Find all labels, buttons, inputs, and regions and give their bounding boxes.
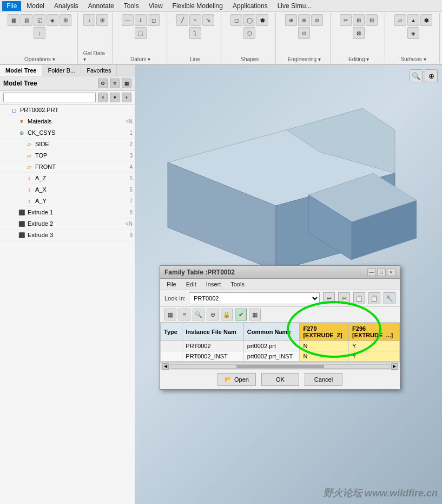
tree-item-prt0002[interactable]: ◻ PRT0002.PRT xyxy=(0,104,135,116)
getdata-icon-1[interactable]: ↓ xyxy=(83,14,95,26)
tree-add-icon[interactable]: + xyxy=(122,93,131,102)
datum-icon-2[interactable]: ⊥ xyxy=(135,14,147,26)
dialog-copy-button[interactable]: 📋 xyxy=(353,292,365,304)
tree-item-az[interactable]: ↕ A_Z 5 xyxy=(0,173,135,184)
dialog-lock-icon[interactable]: 🔒 xyxy=(221,309,233,320)
dialog-list-icon[interactable]: ≡ xyxy=(179,309,190,320)
sidebar-tab-folder[interactable]: Folder B... xyxy=(42,65,81,76)
dialog-menu-edit[interactable]: Edit xyxy=(182,280,201,289)
tree-item-materials[interactable]: ▼ Materials <N xyxy=(0,116,135,127)
dialog-settings-button[interactable]: 🔧 xyxy=(384,292,395,304)
line-icon-1[interactable]: ╱ xyxy=(176,14,188,26)
shapes-icon-3[interactable]: ⬟ xyxy=(256,14,268,26)
dialog-ok-button[interactable]: OK xyxy=(261,373,299,386)
tree-search-clear-icon[interactable]: × xyxy=(98,93,108,102)
menu-analysis[interactable]: Analysis xyxy=(50,1,83,11)
col-header-f296[interactable]: F296[EXTRUDE_...] xyxy=(349,323,400,341)
eng-icon-3[interactable]: ⊘ xyxy=(311,14,323,26)
edit-icon-3[interactable]: ⊟ xyxy=(366,14,378,26)
edit-icon-1[interactable]: ✂ xyxy=(340,14,352,26)
tree-item-ck-csys[interactable]: ⊕ CK_CSYS 1 xyxy=(0,127,135,139)
dialog-titlebar[interactable]: Family Table :PRT0002 — □ × xyxy=(160,266,400,279)
ops-icon-4[interactable]: ◈ xyxy=(47,14,58,26)
menu-annotate[interactable]: Annotate xyxy=(84,1,118,11)
menu-model[interactable]: Model xyxy=(22,1,49,11)
line-icon-2[interactable]: ~ xyxy=(189,14,201,26)
dialog-minimize-button[interactable]: — xyxy=(367,269,376,276)
tree-expand-icon[interactable]: ≡ xyxy=(110,78,120,88)
dialog-scrollbar[interactable]: ◀ ▶ xyxy=(160,362,400,370)
dialog-menu-file[interactable]: File xyxy=(162,280,181,289)
eng-icon-2[interactable]: ⊗ xyxy=(298,14,310,26)
getdata-icon-2[interactable]: ⊞ xyxy=(96,14,108,26)
ops-icon-5[interactable]: ⊞ xyxy=(60,14,71,26)
tree-item-extrude2[interactable]: ⬛ Extrude 2 <N xyxy=(0,218,135,230)
datum-icon-1[interactable]: — xyxy=(122,14,134,26)
shapes-icon-4[interactable]: ⬡ xyxy=(243,27,255,39)
dialog-menu-tools[interactable]: Tools xyxy=(226,280,249,289)
edit-icon-4[interactable]: ⊠ xyxy=(353,27,365,39)
tree-search-dropdown-icon[interactable]: ▾ xyxy=(110,93,120,102)
dialog-close-button[interactable]: × xyxy=(387,269,395,276)
tree-columns-icon[interactable]: ▦ xyxy=(122,78,131,88)
dialog-cut-button[interactable]: ✂ xyxy=(338,292,350,304)
dialog-table-icon[interactable]: ▦ xyxy=(249,309,261,320)
dialog-grid-icon[interactable]: ▦ xyxy=(164,309,176,320)
col-header-type[interactable]: Type xyxy=(161,323,182,341)
sidebar-tab-favorites[interactable]: Favorites xyxy=(81,65,117,76)
dialog-open-button[interactable]: 📂Open xyxy=(217,373,256,386)
ops-icon-1[interactable]: ▦ xyxy=(8,14,19,26)
ops-icon-2[interactable]: ▤ xyxy=(21,14,32,26)
table-row-prt0002[interactable]: PRT0002 prt0002.prt N Y xyxy=(161,341,400,351)
zoom-out-button[interactable]: ⊕ xyxy=(425,69,438,82)
tree-item-extrude1[interactable]: ⬛ Extrude 1 8 xyxy=(0,207,135,218)
tree-search-input[interactable] xyxy=(3,93,96,102)
shapes-icon-1[interactable]: ◻ xyxy=(230,14,242,26)
col-header-common[interactable]: Common Name xyxy=(243,323,300,341)
menu-view[interactable]: View xyxy=(144,1,167,11)
sidebar-tab-model-tree[interactable]: Model Tree xyxy=(0,65,42,76)
surf-icon-1[interactable]: ▱ xyxy=(394,14,406,26)
eng-icon-1[interactable]: ⊕ xyxy=(285,14,297,26)
menu-flexible-modeling[interactable]: Flexible Modeling xyxy=(168,1,227,11)
menu-applications[interactable]: Applications xyxy=(228,1,272,11)
line-icon-3[interactable]: ∿ xyxy=(202,14,214,26)
line-icon-4[interactable]: ⤵ xyxy=(189,27,201,39)
datum-icon-4[interactable]: ⬚ xyxy=(135,27,147,39)
scroll-right-button[interactable]: ▶ xyxy=(391,363,398,370)
scroll-thumb[interactable] xyxy=(236,365,324,368)
dialog-restore-button[interactable]: □ xyxy=(377,269,386,276)
tree-item-top[interactable]: ▱ TOP 3 xyxy=(0,150,135,161)
ops-icon-3[interactable]: ◱ xyxy=(34,14,45,26)
scroll-left-button[interactable]: ◀ xyxy=(162,363,169,370)
edit-icon-2[interactable]: ⊞ xyxy=(353,14,365,26)
table-row-prt0002-inst[interactable]: PRT0002_INST prt0002.prt_INST N Y xyxy=(161,351,400,362)
surf-icon-3[interactable]: ⬢ xyxy=(420,14,432,26)
tree-item-side[interactable]: ▱ SIDE 2 xyxy=(0,139,135,150)
dialog-cancel-button[interactable]: Cancel xyxy=(305,373,342,386)
tree-settings-icon[interactable]: ⚙ xyxy=(98,78,108,88)
tree-item-extrude3[interactable]: ⬛ Extrude 3 9 xyxy=(0,230,135,241)
dialog-add-col-icon[interactable]: ⊕ xyxy=(207,309,219,320)
tree-item-front[interactable]: ▱ FRONT 4 xyxy=(0,161,135,173)
menu-live-simu[interactable]: Live Simu... xyxy=(273,1,316,11)
shapes-icon-2[interactable]: ◯ xyxy=(243,14,255,26)
dialog-check-icon[interactable]: ✔ xyxy=(235,309,247,320)
menu-tools[interactable]: Tools xyxy=(120,1,143,11)
col-header-instance[interactable]: Instance File Nam xyxy=(182,323,243,341)
dialog-menu-insert[interactable]: Insert xyxy=(202,280,226,289)
dialog-search-icon[interactable]: 🔍 xyxy=(193,309,204,320)
eng-icon-4[interactable]: ⊙ xyxy=(298,27,310,39)
look-in-select[interactable]: PRT0002 xyxy=(189,292,320,304)
datum-icon-3[interactable]: ◻ xyxy=(148,14,160,26)
zoom-in-button[interactable]: 🔍 xyxy=(410,69,423,82)
surf-icon-4[interactable]: ◈ xyxy=(407,27,419,39)
ops-icon-6[interactable]: ↓ xyxy=(34,27,45,39)
menu-file[interactable]: File xyxy=(2,1,21,11)
dialog-paste-button[interactable]: 📋 xyxy=(368,292,380,304)
tree-item-ay[interactable]: ↕ A_Y 7 xyxy=(0,195,135,207)
dialog-back-button[interactable]: ↩ xyxy=(323,292,335,304)
col-header-f270[interactable]: F270[EXTRUDE_2] xyxy=(300,323,349,341)
scroll-track[interactable] xyxy=(170,364,390,369)
tree-item-ax[interactable]: ↕ A_X 6 xyxy=(0,184,135,195)
